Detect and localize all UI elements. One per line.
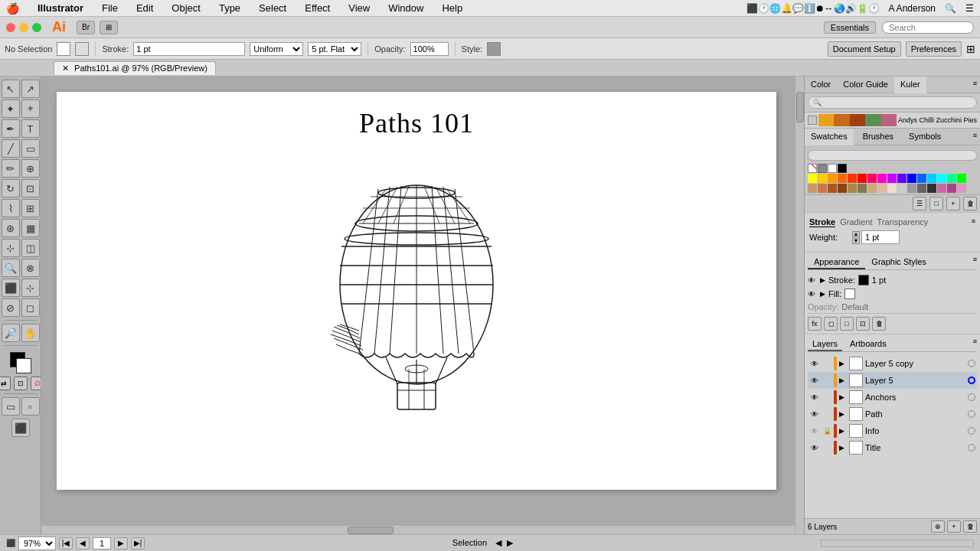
swatch-16[interactable]	[848, 184, 857, 193]
delete-swatch-btn[interactable]: 🗑	[963, 197, 977, 210]
path-lock-icon[interactable]	[822, 409, 831, 419]
page-input[interactable]	[93, 537, 111, 549]
lasso-tool[interactable]: ⌖	[21, 99, 40, 118]
fill-app-swatch[interactable]	[844, 289, 855, 299]
title-expand-icon[interactable]: ▶	[839, 444, 847, 452]
delete-layer-btn[interactable]: 🗑	[963, 520, 977, 533]
swatch-gray[interactable]	[907, 184, 916, 193]
menu-help[interactable]: Help	[439, 2, 466, 14]
swatch-20[interactable]	[887, 184, 897, 193]
swatch-14[interactable]	[828, 184, 837, 193]
weight-up[interactable]: ▲	[852, 231, 860, 237]
search-icon[interactable]: 🔍	[945, 3, 956, 14]
none-btn[interactable]: ∅	[31, 377, 42, 390]
layer-row-title[interactable]: 👁 ▶ Title	[808, 439, 977, 456]
last-page-btn[interactable]: ▶|	[131, 537, 145, 549]
apple-menu[interactable]: 🍎	[6, 2, 19, 15]
gradient-tool[interactable]: ◫	[21, 239, 40, 257]
blend-tool[interactable]: ⊗	[21, 259, 40, 277]
fill-visibility-icon[interactable]: 👁	[808, 290, 817, 298]
title-lock-icon[interactable]	[822, 443, 831, 452]
show-swatch-kinds-btn[interactable]: ☰	[913, 197, 926, 210]
stroke-cap-select[interactable]: 5 pt. Flat	[308, 42, 361, 56]
opacity-input[interactable]	[410, 42, 449, 56]
free-transform-tool[interactable]: ⊞	[21, 199, 40, 217]
fill-stroke-swatches[interactable]	[10, 352, 31, 373]
hand-tool[interactable]: ✋	[21, 324, 40, 342]
swatch-pink[interactable]	[881, 114, 897, 126]
direct-selection-tool[interactable]: ↗	[21, 80, 40, 98]
anchors-lock-icon[interactable]	[822, 393, 831, 402]
swatch-cyan[interactable]	[937, 174, 946, 183]
title-target-circle[interactable]	[968, 444, 975, 452]
tab-stroke[interactable]: Stroke	[809, 217, 835, 227]
vertical-scrollbar[interactable]	[795, 77, 804, 534]
arrange-button[interactable]: ⊞	[100, 21, 118, 34]
black-swatch[interactable]	[838, 164, 847, 173]
layer-row-anchors[interactable]: 👁 ▶ Anchors	[808, 389, 977, 406]
brush-tool[interactable]: ✏	[2, 159, 20, 178]
path-expand-icon[interactable]: ▶	[839, 410, 847, 418]
layer5copy-visibility-icon[interactable]: 👁	[809, 358, 820, 369]
magic-wand-tool[interactable]: ✦	[2, 99, 20, 118]
canvas-area[interactable]: Paths 101	[41, 77, 804, 534]
swatch-brown[interactable]	[850, 114, 865, 126]
info-expand-icon[interactable]: ▶	[839, 427, 847, 435]
info-visibility-icon[interactable]: 👁	[809, 425, 820, 436]
scale-tool[interactable]: ⊡	[21, 179, 40, 197]
stroke-swatch[interactable]	[75, 42, 89, 56]
tab-transparency[interactable]: Transparency	[877, 217, 928, 227]
stroke-expand-icon[interactable]: ▶	[820, 276, 825, 284]
draw-back-btn[interactable]: ▫	[21, 397, 40, 416]
swatch-6[interactable]	[877, 174, 887, 183]
horizontal-scrollbar[interactable]	[41, 525, 795, 534]
type-tool[interactable]: T	[21, 119, 40, 138]
weight-input[interactable]	[861, 230, 900, 244]
new-fill-btn[interactable]: ◻	[824, 317, 838, 331]
style-swatch[interactable]	[487, 42, 501, 56]
swatch-5[interactable]	[867, 174, 877, 183]
swatch-ltgray[interactable]	[897, 184, 906, 193]
tab-color-guide[interactable]: Color Guide	[837, 77, 894, 93]
swatch-3[interactable]	[838, 174, 847, 183]
new-layer-btn[interactable]: +	[947, 520, 961, 533]
status-scroll[interactable]	[821, 540, 974, 547]
swatch-8[interactable]	[897, 174, 906, 183]
menu-select[interactable]: Select	[256, 2, 289, 14]
zoom-select[interactable]: 97%	[18, 536, 56, 550]
menu-file[interactable]: File	[99, 2, 121, 14]
swatch-darkest[interactable]	[927, 184, 936, 193]
path-visibility-icon[interactable]: 👁	[809, 409, 820, 419]
path-target-circle[interactable]	[968, 410, 975, 418]
tab-kuler[interactable]: Kuler	[894, 77, 926, 93]
menu-view[interactable]: View	[345, 2, 373, 14]
mesh-tool[interactable]: ⊹	[2, 239, 20, 257]
selection-tool[interactable]: ↖	[2, 80, 20, 98]
stroke-options-icon[interactable]: ≡	[972, 217, 975, 227]
layer-row-layer5copy[interactable]: 👁 ▶ Layer 5 copy	[808, 355, 977, 372]
swatch-yellow[interactable]	[808, 174, 817, 183]
stroke-app-swatch[interactable]	[858, 275, 869, 285]
default-colors-btn[interactable]: ⊡	[14, 377, 28, 390]
swatch-dkgray[interactable]	[917, 184, 926, 193]
warp-tool[interactable]: ⌇	[2, 199, 20, 217]
swatch-11[interactable]	[947, 174, 956, 183]
tab-appearance[interactable]: Appearance	[808, 256, 865, 269]
layers-options-icon[interactable]: ≡	[973, 337, 977, 351]
new-color-group-btn[interactable]: □	[929, 197, 943, 210]
swatch-17[interactable]	[858, 184, 867, 193]
panel-options-icon[interactable]: ≡	[970, 77, 980, 93]
pen-tool[interactable]: ✒	[2, 119, 20, 138]
swatches-search[interactable]	[808, 150, 977, 161]
weight-down[interactable]: ▼	[852, 238, 860, 244]
info-target-circle[interactable]	[968, 427, 975, 435]
status-nav-right[interactable]: ▶	[507, 538, 513, 547]
swatch-9[interactable]	[917, 174, 926, 183]
stroke-input[interactable]	[133, 42, 245, 56]
info-lock-icon[interactable]: 🔒	[822, 426, 831, 435]
swatch-13[interactable]	[818, 184, 827, 193]
white-swatch[interactable]	[828, 164, 837, 173]
tab-brushes[interactable]: Brushes	[857, 129, 900, 145]
tab-graphic-styles[interactable]: Graphic Styles	[865, 256, 933, 269]
list-icon[interactable]: ☰	[965, 3, 974, 14]
